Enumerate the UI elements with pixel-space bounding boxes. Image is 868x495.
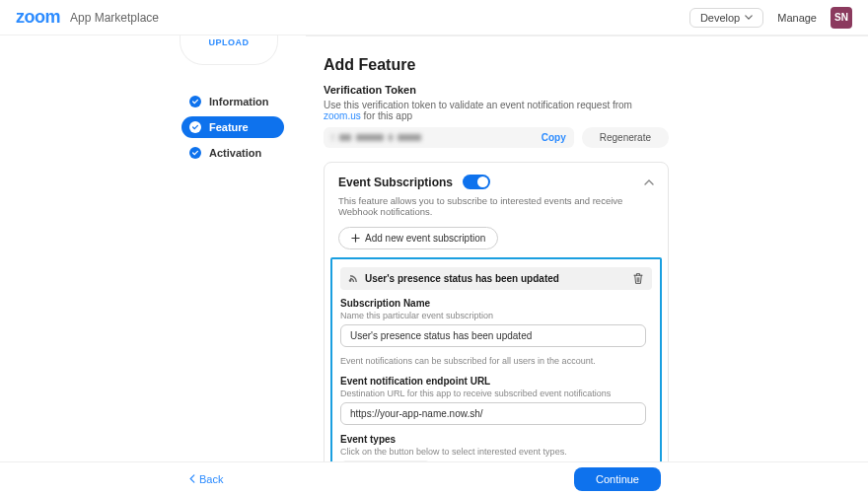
subscription-note: Event notifications can be subscribed fo… [340,356,652,366]
back-label: Back [199,473,223,485]
subscription-name-input[interactable] [340,324,646,347]
event-subscriptions-card: Event Subscriptions This feature allows … [324,162,669,461]
footer: Back Continue [0,461,868,495]
chevron-left-icon [189,474,195,483]
copy-button[interactable]: Copy [542,132,566,143]
develop-dropdown[interactable]: Develop [689,8,763,28]
endpoint-url-hint: Destination URL for this app to receive … [340,389,652,398]
event-types-hint: Click on the button below to select inte… [340,447,652,457]
upload-button[interactable]: UPLOAD [180,35,278,65]
plus-icon [351,234,360,243]
check-icon [189,147,201,159]
delete-subscription-button[interactable] [632,272,644,285]
user-avatar[interactable]: SN [831,7,852,29]
subscription-name-hint: Name this particular event subscription [340,311,652,320]
step-label: Activation [209,147,261,159]
verification-token-field: t Copy [324,127,574,148]
add-subscription-button[interactable]: Add new event subscription [338,227,498,249]
check-icon [189,96,201,107]
app-header: zoom App Marketplace Develop Manage SN [0,0,868,35]
step-feature[interactable]: Feature [181,116,284,138]
add-subscription-label: Add new event subscription [365,233,485,244]
check-icon [189,121,201,133]
page-title: Add Feature [324,56,669,74]
token-masked-value: t [331,132,421,143]
continue-button[interactable]: Continue [574,467,661,491]
app-marketplace-label: App Marketplace [70,11,159,25]
verification-token-desc: Use this verification token to validate … [324,100,669,121]
endpoint-url-input[interactable] [340,402,646,425]
regenerate-button[interactable]: Regenerate [582,127,669,148]
step-information[interactable]: Information [181,91,284,112]
manage-link[interactable]: Manage [777,12,817,24]
event-types-label: Event types [340,434,652,445]
develop-label: Develop [700,12,740,24]
zoom-us-link[interactable]: zoom.us [324,110,361,121]
subscription-header-title: User's presence status has been updated [365,273,559,284]
rss-icon [348,273,359,284]
verification-token-label: Verification Token [324,84,669,96]
back-button[interactable]: Back [189,473,223,485]
step-label: Information [209,96,269,107]
main-content: Add Feature Verification Token Use this … [306,35,868,461]
zoom-logo: zoom [16,7,60,28]
chevron-up-icon[interactable] [644,179,654,185]
step-activation[interactable]: Activation [181,142,284,164]
event-subscriptions-title: Event Subscriptions [338,176,453,189]
sidebar: UPLOAD Information Feature Activation [0,35,306,461]
event-subscriptions-toggle[interactable] [463,175,490,189]
subscription-editor: User's presence status has been updated … [330,257,662,461]
event-subscriptions-desc: This feature allows you to subscribe to … [338,195,654,217]
step-label: Feature [209,121,249,133]
subscription-name-label: Subscription Name [340,298,652,309]
endpoint-url-label: Event notification endpoint URL [340,376,652,387]
chevron-down-icon [745,15,753,20]
